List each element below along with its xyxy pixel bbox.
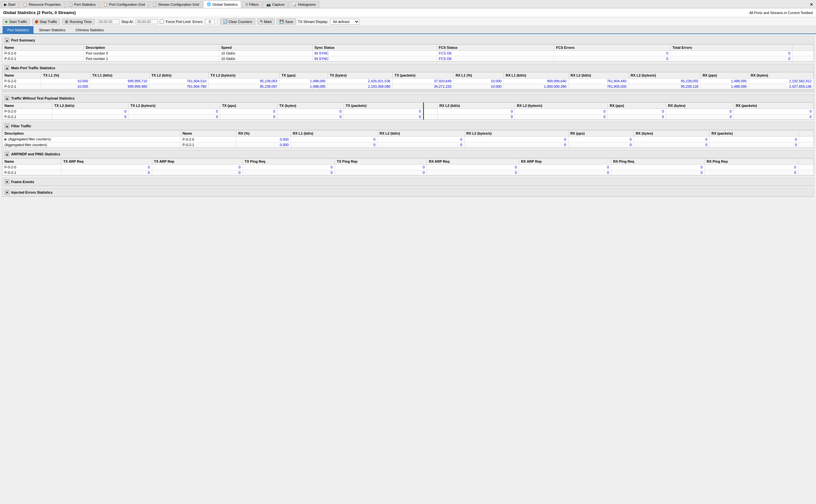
ft-col-rx-bytes: RX (bytes) [634, 130, 709, 137]
arp-col-rx-ping-req: RX Ping Req [611, 159, 705, 165]
tx-stream-display-label: TX Stream Display: [298, 20, 328, 24]
ft-empty [799, 137, 814, 142]
filter-traffic-header[interactable]: ▲ Filter Traffic [2, 122, 814, 130]
ft-col-rx-packets: RX (packets) [709, 130, 799, 137]
sub-tab-port-statistics[interactable]: Port Statistics [3, 26, 33, 33]
tab-capture[interactable]: 📷 Capture [263, 1, 288, 8]
stop-traffic-button[interactable]: ⬤ Stop Traffic [32, 19, 60, 25]
arp-col-tx-arp-req: TX ARP Req [61, 159, 152, 165]
ps-empty [792, 56, 814, 62]
errors-input[interactable] [205, 19, 215, 24]
mpt-col-rx-l2-bits: RX L2 (bit/s) [568, 72, 628, 78]
running-time-button: ⬤ Running Time: [62, 19, 95, 25]
tab-start[interactable]: ▶ Start [1, 1, 19, 8]
twp-rx-packets: 0 [734, 114, 814, 120]
frame-events-collapse-icon[interactable]: ▼ [5, 180, 9, 184]
toolbar: ▶ Start Traffic ⬤ Stop Traffic ⬤ Running… [0, 17, 816, 26]
port-summary-header[interactable]: ▲ Port Summary [2, 36, 814, 44]
arp-col-name: Name [3, 159, 61, 165]
tab-filters[interactable]: ▽ Filters [242, 1, 262, 8]
tab-stream-config-grid[interactable]: 📋 Stream Configuration Grid [149, 1, 203, 8]
tab-histograms[interactable]: 📊 Histograms [289, 1, 319, 8]
main-port-traffic-header[interactable]: ▲ Main Port Traffic Statistics [2, 64, 814, 72]
table-row: P-0-2-0 0 0 0 0 0 0 0 0 [3, 165, 814, 170]
arp-col-tx-ping-rep: TX Ping Rep [335, 159, 427, 165]
clear-counters-icon: 🔄 [223, 19, 227, 24]
tab-global-statistics[interactable]: 🌐 Global Statistics [203, 1, 241, 8]
main-port-traffic-title: Main Port Traffic Statistics [11, 66, 55, 70]
start-traffic-button[interactable]: ▶ Start Traffic [3, 19, 30, 25]
traffic-without-payload-header[interactable]: ▲ Traffic Without Test Payload Statistic… [2, 94, 814, 102]
ft-rx-l1-bits: 0 [291, 142, 377, 148]
twp-col-rx-bytes: RX (bytes) [666, 103, 734, 109]
col-speed: Speed [219, 45, 313, 51]
arp-ndp-ping-table: Name TX ARP Req TX ARP Rep TX Ping Req T… [2, 158, 814, 175]
arp-ndp-ping-collapse-icon[interactable]: ▲ [5, 152, 9, 156]
tab-resource-properties[interactable]: 📋 Resource Properties [19, 1, 64, 8]
table-row: P-0-2-1 0 0 0 0 0 0 0 0 [3, 170, 814, 175]
stop-traffic-label: Stop Traffic [40, 20, 57, 24]
arp-ndp-ping-header[interactable]: ▲ ARP/NDP and PING Statistics [2, 150, 814, 158]
stop-at-input[interactable] [136, 19, 158, 24]
mpt-tx-packets: 37,920,649 [392, 78, 453, 84]
tab-stream-config-label: Stream Configuration Grid [158, 3, 199, 6]
filter-traffic-collapse-icon[interactable]: ▲ [5, 124, 9, 128]
ft-rx-pct: 0.000 [236, 137, 291, 142]
col-fcs-errors: FCS Errors [554, 45, 671, 51]
force-port-limit-label: Force Port Limit [166, 20, 191, 24]
h-scroll-bar[interactable] [2, 89, 814, 92]
main-content[interactable]: ▲ Port Summary Name Description Speed Sy… [0, 34, 816, 500]
twp-rx-l2-bytes: 0 [515, 114, 608, 120]
port-summary-collapse-icon[interactable]: ▲ [5, 38, 9, 42]
force-port-limit-checkbox[interactable] [160, 19, 164, 24]
injected-errors-title: Injected Errors Statistics [11, 190, 53, 194]
mpt-col-rx-bytes: RX (bytes) [749, 72, 813, 78]
twp-col-sep [423, 103, 437, 109]
tab-port-stats-label: Port Statistics [74, 3, 96, 6]
ft-rx-pps: 0 [568, 137, 634, 142]
arp-col-rx-ping-rep: RX Ping Rep [705, 159, 798, 165]
mpt-rx-l1-bits: 999,999,640 [504, 78, 568, 84]
col-sync-status: Sync Status [312, 45, 437, 51]
expand-icon[interactable]: ▶ [4, 137, 7, 141]
save-label: Save [285, 20, 293, 24]
arp-ndp-ping-title: ARP/NDP and PING Statistics [11, 152, 60, 156]
mark-button[interactable]: ✎ Mark [257, 19, 275, 25]
mpt-col-tx-l1-bits: TX L1 (bit/s) [90, 72, 149, 78]
frame-events-title: Frame Events [11, 180, 34, 184]
mpt-col-tx-l2-bytes: TX L2 (bytes/s) [208, 72, 279, 78]
traffic-without-payload-collapse-icon[interactable]: ▲ [5, 96, 9, 100]
filter-traffic-section: ▲ Filter Traffic Description Name RX (%)… [2, 122, 814, 148]
mpt-tx-bytes: 2,426,921,536 [328, 78, 392, 84]
sub-tab-stream-statistics[interactable]: Stream Statistics [34, 26, 70, 33]
ft-name: P-0-2-0 [180, 137, 236, 142]
clear-counters-button[interactable]: 🔄 Clear Counters [220, 19, 255, 25]
tab-global-stats-label: Global Statistics [212, 3, 238, 6]
sub-tab-chimera-statistics[interactable]: Chimera Statistics [71, 26, 109, 33]
arp-col-rx-arp-req: RX ARP Req [427, 159, 519, 165]
twp-tx-l2-bytes: 0 [129, 114, 220, 120]
ps-fcs-errors: 0 [554, 56, 671, 62]
table-row: P-0-2-1 10.000 999,999,980 761,904,780 9… [3, 84, 814, 89]
port-summary-header-row: Name Description Speed Sync Status FCS S… [3, 45, 814, 51]
tab-histograms-label: Histograms [298, 3, 316, 6]
tx-stream-display-select[interactable]: All defined Active only Inactive only [330, 19, 360, 25]
injected-errors-collapse-icon[interactable]: ▼ [5, 190, 9, 195]
main-port-traffic-scroll[interactable]: Name TX L1 (%) TX L1 (bit/s) TX L2 (bit/… [2, 72, 814, 89]
injected-errors-section: ▼ Injected Errors Statistics [2, 188, 814, 197]
running-time-icon: ⬤ [65, 20, 68, 23]
running-time-input[interactable] [97, 19, 119, 24]
arp-col-rx-arp-rep: RX ARP Rep [519, 159, 611, 165]
twp-col-rx-l2-bytes: RX L2 (bytes/s) [515, 103, 608, 109]
arp-tx-arp-rep: 0 [152, 165, 242, 170]
traffic-without-payload-title: Traffic Without Test Payload Statistics [11, 96, 75, 100]
twp-tx-bytes: 0 [277, 109, 344, 114]
injected-errors-header[interactable]: ▼ Injected Errors Statistics [2, 189, 814, 196]
ft-empty [799, 142, 814, 148]
tab-close-button[interactable]: ✕ [808, 1, 815, 8]
tab-port-config-grid[interactable]: 📋 Port Configuration Grid [100, 1, 149, 8]
main-port-traffic-collapse-icon[interactable]: ▲ [5, 66, 9, 70]
frame-events-header[interactable]: ▼ Frame Events [2, 178, 814, 186]
save-button[interactable]: 💾 Save [277, 19, 296, 25]
tab-port-statistics[interactable]: 📋 Port Statistics [65, 1, 99, 8]
